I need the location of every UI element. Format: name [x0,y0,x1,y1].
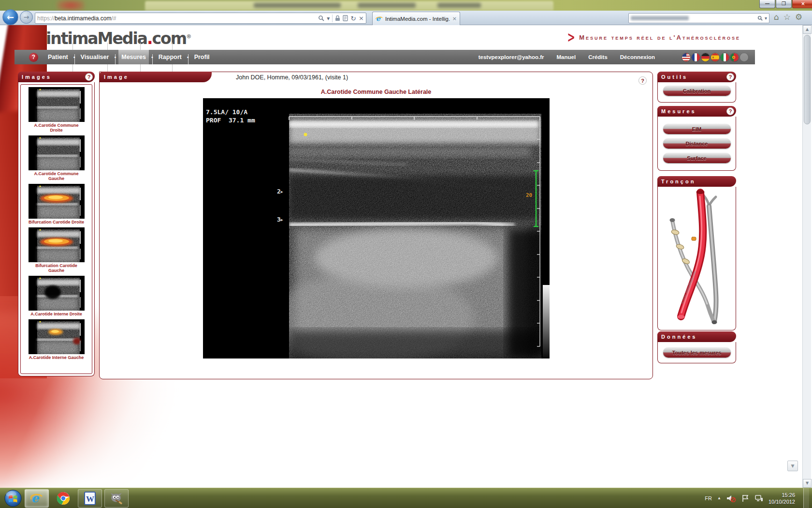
taskbar-chrome-button[interactable] [51,489,75,508]
outils-panel-header: Outils ? [657,72,736,82]
svg-text:e: e [31,492,40,505]
flag-de-icon[interactable] [701,53,710,61]
nav-item-profil[interactable]: Profil [191,50,213,64]
nav-bullet: • [185,54,191,60]
distance-button[interactable]: Distance [663,138,731,149]
thumbnail-aci-droite[interactable]: A.Carotide Interne Droite [28,276,86,316]
browser-tab[interactable]: e IntimaMedia.com - Intellig... × [372,12,460,25]
restore-button[interactable]: ❐ [776,0,792,8]
flag-fr-icon[interactable] [692,53,700,61]
minimize-button[interactable]: — [759,0,775,8]
nav-link-manuel[interactable]: Manuel [557,54,576,60]
thumbnail-cca-gauche[interactable]: A.Carotide Commune Gauche [28,135,86,181]
search-icon[interactable] [318,15,324,21]
flag-it-icon[interactable] [721,53,729,61]
patient-info: John DOE, Homme, 09/03/1961, (visite 1) [236,74,348,81]
flag-disabled-icon[interactable] [740,53,748,61]
artery-diagram[interactable]: © 2011 IntimaMedia.com [658,187,736,329]
page-scrollbar[interactable]: ▲ ▼ [802,25,811,488]
mesures-panel-header: Mesures ? [657,106,736,117]
nav-right-links: testvpexplorer@yahoo.fr Manuel Crédits D… [478,53,755,61]
forward-button[interactable]: → [20,11,33,24]
nav-link-deconnexion[interactable]: Déconnexion [620,54,655,60]
nav-bullet: • [149,54,156,60]
favorites-star-icon[interactable]: ☆ [783,12,791,22]
language-indicator[interactable]: FR [705,495,712,501]
start-button[interactable] [4,489,22,508]
inner-scroll-down-icon[interactable]: ▼ [787,461,798,471]
thumbnail-list: A.Carotide Commune Droite [20,84,92,374]
tab-title: IntimaMedia.com - Intellig... [385,16,450,22]
flag-us-icon[interactable] [682,53,690,61]
thumbnail-aci-gauche[interactable]: A.Carotide Interne Gauche [28,319,86,360]
word-icon: W [84,492,96,505]
close-button[interactable]: × [792,0,812,8]
nav-item-patient[interactable]: Patient [45,50,71,64]
search-options-icon[interactable]: ▾ [765,15,767,21]
help-icon[interactable]: ? [726,73,734,81]
nav-item-mesures[interactable]: Mesures [118,50,149,64]
chrome-icon [57,492,70,505]
toutes-les-mesures-button[interactable]: Toutes les mesures [663,347,731,358]
network-icon[interactable] [754,494,763,502]
thumbnail-caption: Bifurcation Carotide Droite [28,220,86,224]
image-panel-header: Image [99,72,212,82]
background-window-title-blur [254,3,341,8]
help-icon[interactable]: ? [85,73,93,81]
thumbnail-cca-droite[interactable]: A.Carotide Commune Droite [28,87,86,133]
nav-link-credits[interactable]: Crédits [588,54,608,60]
action-center-flag-icon[interactable] [741,494,749,502]
ultrasound-thumbnail [29,227,85,262]
volume-muted-icon[interactable] [726,494,736,502]
window-controls: — ❐ × [759,0,812,8]
search-icon[interactable] [757,15,763,21]
donnees-panel-body: Toutes les mesures [657,342,736,363]
svg-text:W: W [86,494,94,504]
marker-arrow-icon: ▶ [281,218,283,222]
ultrasound-render [203,98,550,359]
search-dropdown-icon[interactable]: ▾ [327,15,330,22]
address-bar[interactable]: https://beta.intimamedia.com/# ▾ ↻ × [35,13,366,24]
ultrasound-thumbnail [29,184,85,219]
tray-expand-icon[interactable]: ▲ [717,496,721,500]
tab-close-icon[interactable]: × [452,15,457,22]
eim-button[interactable]: EIM [663,124,731,134]
nav-item-rapport[interactable]: Rapport [156,50,185,64]
gear-icon[interactable]: ⚙ [795,12,802,22]
back-button[interactable]: ← [2,9,18,25]
command-icons: ⌂ ☆ ⚙ [774,12,802,22]
background-window [145,1,553,11]
scroll-down-icon[interactable]: ▼ [803,479,812,488]
ultrasound-thumbnail [29,135,85,170]
scroll-up-icon[interactable]: ▲ [803,25,812,34]
flag-es-icon[interactable] [711,53,719,61]
surface-button[interactable]: Surface [663,153,731,163]
stop-icon[interactable]: × [359,15,364,22]
taskbar-ie-button[interactable]: e [25,489,49,508]
help-icon[interactable]: ? [638,76,647,85]
thumbnail-bif-droite[interactable]: Bifurcation Carotide Droite [28,184,86,224]
browser-search-box[interactable]: ▾ [628,13,769,23]
show-desktop-button[interactable] [803,488,809,508]
help-icon[interactable]: ? [726,107,734,115]
search-placeholder-blur [631,16,689,20]
compatibility-icon[interactable] [343,15,348,21]
taskbar-gimp-button[interactable] [104,489,129,508]
flag-pt-icon[interactable] [730,53,739,61]
home-icon[interactable]: ⌂ [774,12,779,22]
ultrasound-image[interactable]: 7.5LA/ 10/APROF 37.1 mm 2▶ 3▶ 20 [203,98,550,359]
site-logo[interactable]: intimaMedia.com® [46,29,191,48]
taskbar-clock[interactable]: 15:26 10/10/2012 [768,492,795,505]
nav-item-visualiser[interactable]: Visualiser [78,50,112,64]
images-panel-body: A.Carotide Commune Droite [18,82,95,376]
mesures-panel-body: EIM Distance Surface [657,117,736,171]
ultrasound-thumbnail [29,276,85,311]
nav-divider [152,54,153,69]
user-email: testvpexplorer@yahoo.fr [478,54,544,60]
taskbar-word-button[interactable]: W [78,489,102,508]
help-icon[interactable]: ? [29,53,38,62]
thumbnail-bif-gauche[interactable]: Bifurcation Carotide Gauche [28,227,86,273]
refresh-icon[interactable]: ↻ [350,15,356,22]
scrollbar-thumb[interactable] [804,35,811,124]
calibration-button[interactable]: Calibration [663,86,731,96]
